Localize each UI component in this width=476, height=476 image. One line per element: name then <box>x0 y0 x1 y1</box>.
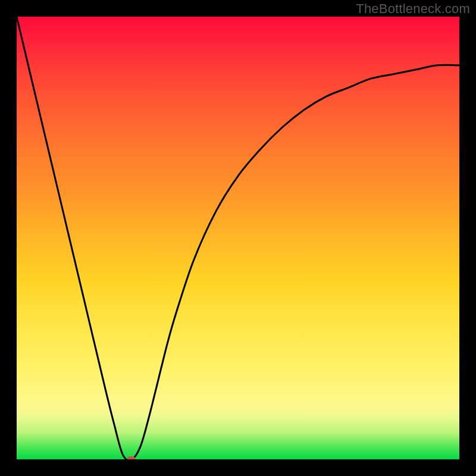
watermark-text: TheBottleneck.com <box>356 1 470 17</box>
plot-area <box>17 17 459 459</box>
optimal-point-marker <box>127 456 136 459</box>
chart-frame: TheBottleneck.com <box>0 0 476 476</box>
bottleneck-curve <box>17 17 459 459</box>
